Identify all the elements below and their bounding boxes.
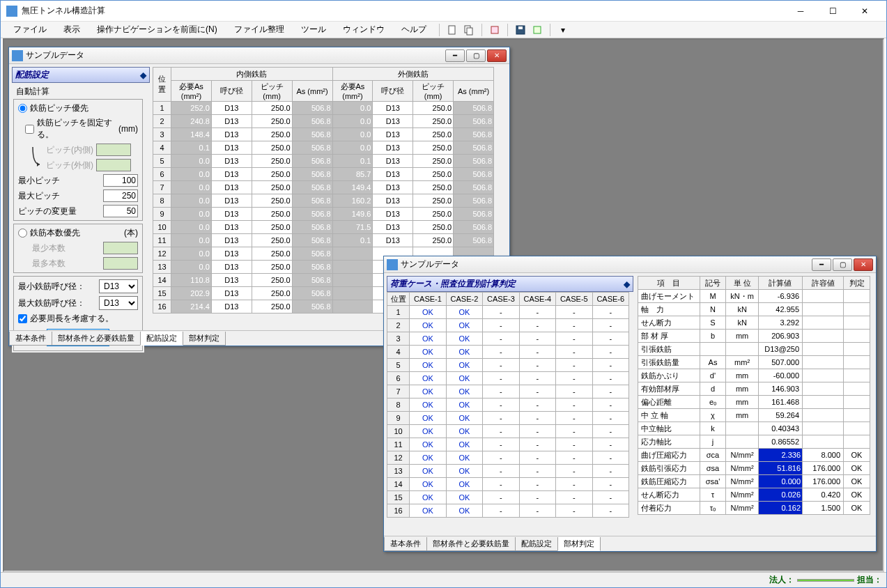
case-row[interactable]: 7OKOK---- <box>387 385 629 399</box>
svg-rect-5 <box>518 26 523 29</box>
minimize-button[interactable]: ─ <box>785 1 817 22</box>
tab2-member[interactable]: 部材条件と必要鉄筋量 <box>426 537 516 551</box>
status-tanto-label: 担当： <box>857 574 882 586</box>
app-title: 無圧トンネル構造計算 <box>22 5 785 17</box>
tab-rebar-settings[interactable]: 配筋設定 <box>140 332 183 346</box>
radio-count-priority[interactable] <box>18 229 27 238</box>
case-row[interactable]: 1OKOK---- <box>387 306 629 319</box>
case-row[interactable]: 4OKOK---- <box>387 346 629 359</box>
main-titlebar: 無圧トンネル構造計算 ─ ☐ ✕ <box>1 1 886 22</box>
case-row[interactable]: 5OKOK---- <box>387 359 629 372</box>
grid1-row[interactable]: 1252.0D13250.0506.80.0D13250.0506.8 <box>153 102 494 115</box>
tab2-verdict[interactable]: 部材判定 <box>557 537 601 551</box>
case-row[interactable]: 13OKOK---- <box>387 465 629 478</box>
tab-member[interactable]: 部材条件と必要鉄筋量 <box>52 332 141 346</box>
subwin2-maximize[interactable]: ▢ <box>833 258 852 271</box>
toolbar-dropdown-icon[interactable]: ▾ <box>556 23 570 37</box>
grid1-row[interactable]: 3148.4D13250.0506.80.0D13250.0506.8 <box>153 128 494 141</box>
grid1-row[interactable]: 80.0D13250.0506.8160.2D13250.0506.8 <box>153 194 494 208</box>
subwin2-close[interactable]: ✕ <box>854 258 873 271</box>
toolbar-import-icon[interactable] <box>488 23 502 37</box>
case-row[interactable]: 15OKOK---- <box>387 491 629 504</box>
result-row: 曲げ圧縮応力σcaN/mm²2.3368.000OK <box>638 449 870 462</box>
toolbar-new-icon[interactable] <box>445 23 459 37</box>
case-row[interactable]: 16OKOK---- <box>387 504 629 518</box>
check-perimeter[interactable] <box>18 314 27 323</box>
input-pitch-delta[interactable] <box>103 205 138 217</box>
svg-rect-3 <box>491 26 498 33</box>
check-fix-pitch[interactable] <box>25 125 34 134</box>
check-fix-label: 鉄筋ピッチを固定する。 <box>37 117 116 141</box>
toolbar-copy-icon[interactable] <box>462 23 476 37</box>
outer-col-1: 呼び径 <box>373 81 413 102</box>
result-row: 鉄筋圧縮応力σsa'N/mm²0.000176.000OK <box>638 475 870 488</box>
svg-rect-6 <box>534 26 541 33</box>
tab2-rebar[interactable]: 配筋設定 <box>515 537 558 551</box>
case-row[interactable]: 9OKOK---- <box>387 412 629 425</box>
menu-help[interactable]: ヘルプ <box>394 22 433 37</box>
result-row: 偏心距離e₀mm161.468 <box>638 396 870 409</box>
tab2-basic[interactable]: 基本条件 <box>384 537 427 551</box>
subwin1-titlebar[interactable]: サンプルデータ ━ ▢ ✕ <box>9 47 509 64</box>
input-max-pitch[interactable] <box>103 189 138 202</box>
case-grid[interactable]: 位置CASE-1CASE-2CASE-3CASE-4CASE-5CASE-6 1… <box>387 292 629 518</box>
result-row: 部 材 厚bmm206.903 <box>638 330 870 343</box>
section-title-case-verdict: 荷重ケース・照査位置別計算判定 ◆ <box>387 276 633 292</box>
menu-window[interactable]: ウィンドウ <box>336 22 392 37</box>
case-row[interactable]: 14OKOK---- <box>387 478 629 491</box>
result-row: 鉄筋かぶりd'mm-60.000 <box>638 369 870 382</box>
inner-col-2: ピッチ (mm) <box>252 81 292 102</box>
grid1-row[interactable]: 50.0D13250.0506.80.1D13250.0506.8 <box>153 155 494 168</box>
case-row[interactable]: 10OKOK---- <box>387 425 629 438</box>
result-row: 鉄筋引張応力σsaN/mm²51.816176.000OK <box>638 462 870 475</box>
grid1-row[interactable]: 60.0D13250.0506.885.7D13250.0506.8 <box>153 168 494 181</box>
input-min-pitch[interactable] <box>103 174 138 187</box>
case-row[interactable]: 12OKOK---- <box>387 451 629 465</box>
select-max-dia[interactable]: D13 <box>99 296 138 310</box>
case-row[interactable]: 3OKOK---- <box>387 332 629 346</box>
grid1-row[interactable]: 100.0D13250.0506.871.5D13250.0506.8 <box>153 221 494 234</box>
toolbar-save-icon[interactable] <box>514 23 527 37</box>
svg-rect-2 <box>467 28 472 35</box>
input-max-count <box>103 257 138 270</box>
subwin1-close[interactable]: ✕ <box>487 49 507 62</box>
grid1-row[interactable]: 90.0D13250.0506.8149.6D13250.0506.8 <box>153 208 494 221</box>
subwin1-maximize[interactable]: ▢ <box>466 49 486 62</box>
menu-file[interactable]: ファイル <box>6 22 54 37</box>
subwin2-minimize[interactable]: ━ <box>812 258 831 271</box>
grid1-row[interactable]: 70.0D13250.0506.8149.4D13250.0506.8 <box>153 181 494 194</box>
result-row: せん断応力τN/mm²0.0260.420OK <box>638 488 870 502</box>
section-title-rebar: 配筋設定 ◆ <box>12 67 150 83</box>
subwin1-minimize[interactable]: ━ <box>445 49 465 62</box>
tab-member-verdict[interactable]: 部材判定 <box>183 332 226 346</box>
inner-col-0: 必要As (mm²) <box>171 81 212 102</box>
grid1-row[interactable]: 2240.8D13250.0506.80.0D13250.0506.8 <box>153 115 494 128</box>
case-row[interactable]: 6OKOK---- <box>387 372 629 385</box>
result-row: 有効部材厚dmm146.903 <box>638 382 870 396</box>
case-row[interactable]: 8OKOK---- <box>387 399 629 412</box>
grid1-row[interactable]: 40.1D13250.0506.80.0D13250.0506.8 <box>153 141 494 155</box>
menu-file-org[interactable]: ファイル整理 <box>227 22 291 37</box>
select-min-dia[interactable]: D13 <box>99 279 138 293</box>
menu-view[interactable]: 表示 <box>56 22 87 37</box>
case-row[interactable]: 2OKOK---- <box>387 319 629 332</box>
toolbar-export-icon[interactable] <box>530 23 544 37</box>
toolbar-divider <box>481 24 482 36</box>
results-grid: 項 目記号単 位計算値許容値判定 曲げモーメントMkN・m-6.936軸 力Nk… <box>638 276 870 515</box>
close-button[interactable]: ✕ <box>849 1 881 22</box>
tab-basic[interactable]: 基本条件 <box>9 332 52 346</box>
main-window: 無圧トンネル構造計算 ─ ☐ ✕ ファイル 表示 操作ナビゲーションを前面に(N… <box>0 0 887 588</box>
menu-nav-front[interactable]: 操作ナビゲーションを前面に(N) <box>90 22 224 37</box>
mdi-workspace: サンプルデータ ━ ▢ ✕ 配筋設定 ◆ 自動計算 <box>3 38 884 572</box>
help-icon[interactable]: ◆ <box>140 70 146 80</box>
radio-pitch-priority[interactable] <box>18 104 27 113</box>
status-bar: 法人： 担当： <box>1 572 886 587</box>
maximize-button[interactable]: ☐ <box>817 1 849 22</box>
case-row[interactable]: 11OKOK---- <box>387 438 629 451</box>
help-icon[interactable]: ◆ <box>624 279 630 289</box>
subwin2-titlebar[interactable]: サンプルデータ ━ ▢ ✕ <box>384 256 876 273</box>
menu-tools[interactable]: ツール <box>294 22 333 37</box>
subwin1-title: サンプルデータ <box>26 49 445 61</box>
grid1-row[interactable]: 110.0D13250.0506.80.1D13250.0506.8 <box>153 234 494 247</box>
toolbar-divider <box>550 24 550 36</box>
